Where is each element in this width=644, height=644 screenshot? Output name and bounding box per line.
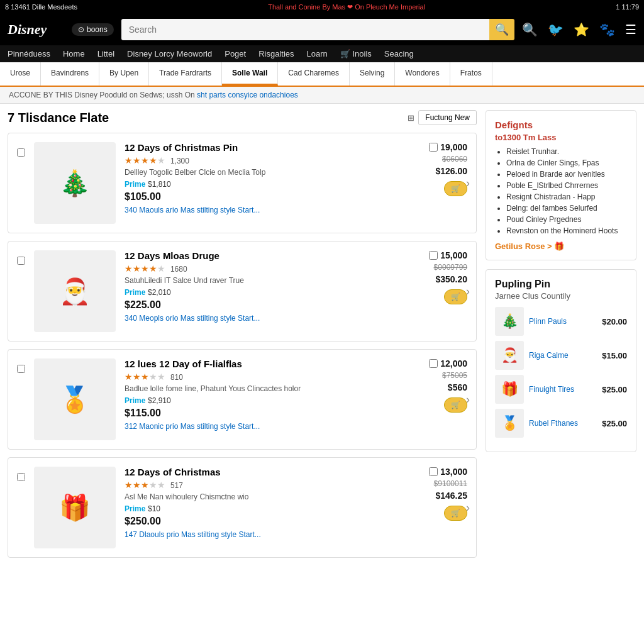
- promo-list-item: Poble E_lStrlbed Chrrernes: [506, 181, 627, 190]
- results-title: 7 Tlisdance Flate: [8, 111, 109, 125]
- nav-item-home[interactable]: Home: [63, 49, 85, 58]
- sidebar-product-name-1[interactable]: Riga Calme: [529, 351, 594, 360]
- nav-item-poget[interactable]: Poget: [225, 49, 246, 58]
- chevron-right-icon-1[interactable]: ›: [466, 285, 470, 298]
- add-to-cart-button-0[interactable]: 🛒: [444, 181, 467, 196]
- price-link-3[interactable]: 147 Dlaouls prio Mas stilting style Star…: [125, 530, 261, 539]
- promo-list-item: Poud Cinley Prgednes: [506, 215, 627, 224]
- nav-item-disney[interactable]: Disney Lorcy Meoworld: [127, 49, 212, 58]
- star-full-icon: ★: [125, 480, 133, 490]
- product-checkbox-1[interactable]: [17, 257, 25, 265]
- price-link-0[interactable]: 340 Maouls ario Mas stilting style Start…: [125, 206, 260, 214]
- sidebar-product-row: 🎅 Riga Calme $15.00: [495, 341, 627, 370]
- sidebar-product-img-2: 🎁: [495, 375, 524, 404]
- star-full-icon: ★: [149, 264, 157, 274]
- nav-item-seacing[interactable]: Seacing: [384, 49, 414, 58]
- search-icon-top[interactable]: 🔍: [522, 22, 538, 37]
- tab-cad-charemes[interactable]: Cad Charemes: [278, 62, 350, 86]
- product-stars-2: ★★★★★ 810: [125, 372, 383, 382]
- pupling-subtitle: Jarnee Clus Countily: [495, 291, 627, 301]
- add-to-cart-button-1[interactable]: 🛒: [444, 289, 467, 304]
- tab-wondores[interactable]: Wondores: [395, 62, 450, 86]
- add-to-cart-button-3[interactable]: 🛒: [444, 506, 467, 521]
- chevron-right-icon-3[interactable]: ›: [466, 501, 470, 514]
- chevron-right-icon-0[interactable]: ›: [466, 177, 470, 190]
- right-checkbox-3[interactable]: [429, 467, 438, 476]
- product-checkbox-0[interactable]: [17, 148, 25, 157]
- tab-bavindrens[interactable]: Bavindrens: [41, 62, 99, 86]
- product-price-3: $250.00: [125, 516, 383, 527]
- secondary-nav: Pinnéduess Home Littel Disney Lorcy Meow…: [0, 45, 644, 62]
- promo-box: Defignts to1300 Tm Lass Reislet Trunhar.…: [486, 110, 636, 260]
- tab-selving[interactable]: Selving: [350, 62, 395, 86]
- right-price-orig-3: $9100011: [434, 479, 467, 488]
- product-title-link-0[interactable]: 12 Days of Christmas Pin: [125, 142, 238, 153]
- star-icon[interactable]: ⭐: [574, 22, 589, 37]
- right-price-sale-1: $350.20: [435, 274, 467, 284]
- nav-item-pinneduess[interactable]: Pinnéduess: [8, 49, 50, 58]
- product-info-1: 12 Days Mloas Druge ★★★★★ 1680 SatuhLile…: [125, 250, 383, 323]
- product-checkbox-2[interactable]: [17, 365, 25, 373]
- search-button[interactable]: 🔍: [489, 19, 514, 40]
- rating-count-0: 1,300: [170, 157, 189, 165]
- paw-icon[interactable]: 🐾: [599, 22, 615, 37]
- chevron-right-icon-2[interactable]: ›: [466, 393, 470, 406]
- prime-badge-2: Prime $2,910: [125, 396, 383, 405]
- product-image-emoji-3: 🎁: [34, 467, 116, 548]
- product-title-link-3[interactable]: 12 Days of Christmas: [125, 467, 221, 477]
- tab-trade-fardrarts[interactable]: Trade Fardrarts: [149, 62, 222, 86]
- promo-list-item: Revnston on the Hominerd Hoots: [506, 226, 627, 235]
- tab-solle-wail[interactable]: Solle Wail: [222, 62, 278, 86]
- tab-by-upen[interactable]: By Upen: [99, 62, 149, 86]
- nav-item-littel[interactable]: Littel: [97, 49, 114, 58]
- add-to-cart-button-2[interactable]: 🛒: [444, 397, 467, 413]
- nav-item-risgalties[interactable]: Risgalties: [258, 49, 294, 58]
- price-link-2[interactable]: 312 Maonic prio Mas stilting style Start…: [125, 422, 260, 431]
- menu-icon[interactable]: ☰: [625, 22, 636, 37]
- product-title-1[interactable]: 12 Days Mloas Druge: [125, 250, 383, 261]
- tab-urose[interactable]: Urose: [0, 62, 41, 86]
- product-info-2: 12 lues 12 Day of F-lialflas ★★★★★ 810 B…: [125, 358, 383, 431]
- nav-item-inoils[interactable]: 🛒 Inoils: [340, 49, 372, 58]
- star-empty-icon: ★: [157, 155, 165, 165]
- product-title-2[interactable]: 12 lues 12 Day of F-lialflas: [125, 358, 383, 369]
- breadcrumb-link[interactable]: sht parts consyice ondachioes: [197, 91, 298, 99]
- sidebar-product-name-2[interactable]: Finuight Tires: [529, 385, 594, 394]
- product-checkbox-3[interactable]: [17, 473, 25, 481]
- product-title-3[interactable]: 12 Days of Christmas: [125, 467, 383, 477]
- right-checkbox-1[interactable]: [429, 251, 438, 260]
- product-title-link-1[interactable]: 12 Days Mloas Druge: [125, 250, 219, 261]
- disney-logo[interactable]: Disney: [8, 21, 64, 38]
- product-right-3: 13,000 $9100011 $146.25 🛒: [392, 467, 467, 521]
- boons-label: boons: [87, 25, 108, 34]
- product-info-3: 12 Days of Christmas ★★★★★ 517 Asl Me Na…: [125, 467, 383, 539]
- star-full-icon: ★: [133, 155, 141, 165]
- search-icon: 🔍: [495, 23, 509, 36]
- product-image-2: 🏅: [34, 358, 116, 440]
- product-title-0[interactable]: 12 Days of Christmas Pin: [125, 142, 383, 153]
- sidebar-product-img-1: 🎅: [495, 341, 524, 370]
- product-right-0: 19,000 $06060 $126.00 🛒: [392, 142, 467, 196]
- product-stars-1: ★★★★★ 1680: [125, 264, 383, 274]
- promo-cta[interactable]: Getilus Rose > 🎁: [495, 242, 627, 251]
- star-full-icon: ★: [141, 155, 149, 165]
- product-stars-3: ★★★★★ 517: [125, 480, 383, 490]
- right-checkbox-0[interactable]: [429, 143, 438, 152]
- twitter-icon[interactable]: 🐦: [548, 22, 564, 37]
- product-image-3: 🎁: [34, 467, 116, 548]
- boons-badge[interactable]: ⊙ boons: [72, 23, 114, 36]
- right-checkbox-2[interactable]: [429, 359, 438, 368]
- product-title-link-2[interactable]: 12 lues 12 Day of F-lialflas: [125, 358, 242, 369]
- nav-item-loarn[interactable]: Loarn: [307, 49, 328, 58]
- star-full-icon: ★: [133, 372, 141, 382]
- sidebar-product-name-3[interactable]: Rubel Fthanes: [529, 419, 594, 428]
- tab-fratos[interactable]: Fratos: [450, 62, 492, 86]
- sort-button[interactable]: Fuctung New: [418, 110, 477, 125]
- search-input[interactable]: [121, 19, 489, 40]
- prime-value-3: $10: [148, 504, 160, 513]
- sidebar-product-price-2: $25.00: [599, 385, 627, 394]
- promo-list-item: Orlna de Cinler Sings, Fpas: [506, 158, 627, 167]
- price-link-1[interactable]: 340 Meopls orio Mas stilting style Start…: [125, 314, 260, 323]
- sidebar-product-name-0[interactable]: Plinn Pauls: [529, 317, 594, 326]
- star-empty-icon: ★: [157, 264, 165, 274]
